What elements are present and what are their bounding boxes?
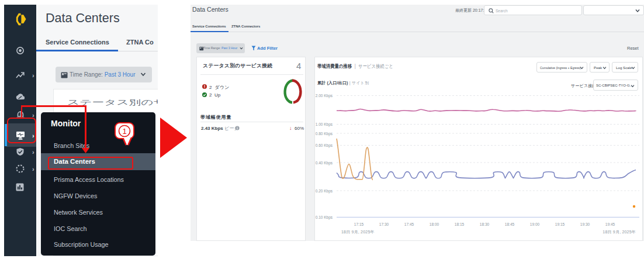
svg-text:18日 9月, 2025年: 18日 9月, 2025年 <box>341 230 375 235</box>
svg-text:18:45: 18:45 <box>505 222 515 226</box>
svg-text:19:30: 19:30 <box>580 222 590 226</box>
svg-text:19:15: 19:15 <box>555 222 565 226</box>
svg-text:17:45: 17:45 <box>404 222 414 226</box>
svg-text:0.60 Kbps: 0.60 Kbps <box>316 143 333 148</box>
svg-text:1: 1 <box>122 127 126 136</box>
svg-text:0.10 Kbps: 0.10 Kbps <box>316 215 333 220</box>
svg-text:2.00 Kbps: 2.00 Kbps <box>316 94 333 98</box>
svg-text:17:30: 17:30 <box>379 222 389 226</box>
svg-text:0.20 Kbps: 0.20 Kbps <box>316 189 333 194</box>
svg-text:18日 9月, 2025年: 18日 9月, 2025年 <box>603 230 636 235</box>
svg-text:18:00: 18:00 <box>430 222 439 226</box>
svg-text:0.80 Kbps: 0.80 Kbps <box>316 132 333 136</box>
svg-text:19:00: 19:00 <box>530 222 540 226</box>
svg-text:0.40 Kbps: 0.40 Kbps <box>316 161 333 166</box>
svg-text:1.00 Kbps: 1.00 Kbps <box>316 122 333 127</box>
svg-text:19:45: 19:45 <box>605 222 615 226</box>
svg-text:18:30: 18:30 <box>480 222 490 226</box>
svg-text:18:15: 18:15 <box>455 222 465 226</box>
svg-text:17:15: 17:15 <box>354 222 364 226</box>
